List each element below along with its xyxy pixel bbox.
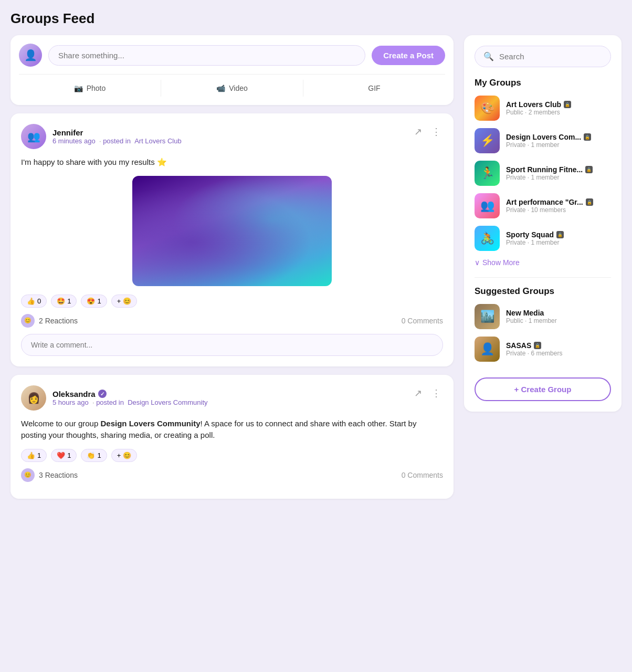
video-action-button[interactable]: 📹 Video — [161, 80, 303, 97]
video-icon: 📹 — [216, 84, 225, 92]
group-item-art-lovers[interactable]: 🎨 Art Lovers Club 🔒 Public · 2 members — [475, 96, 611, 121]
sidebar: 🔍 My Groups 🎨 Art Lovers Club 🔒 Public ·… — [464, 35, 622, 412]
heart-eyes-reaction[interactable]: 😍 1 — [81, 295, 107, 308]
star-eyes-emoji: 🤩 — [57, 297, 65, 305]
create-group-button[interactable]: + Create Group — [475, 377, 611, 401]
sidebar-card: 🔍 My Groups 🎨 Art Lovers Club 🔒 Public ·… — [464, 35, 622, 412]
search-input[interactable] — [499, 52, 602, 61]
post-body: I'm happy to share with you my results ⭐ — [21, 156, 443, 169]
group-name: Sporty Squad 🔒 — [506, 230, 564, 239]
share-input[interactable] — [48, 45, 365, 66]
group-meta: Private · 1 member — [506, 141, 591, 149]
group-name: Design Lovers Com... 🔒 — [506, 133, 591, 141]
group-thumbnail: 🚴 — [475, 226, 500, 251]
camera-icon: 📷 — [74, 84, 83, 92]
group-name: Sport Running Fitne... 🔒 — [506, 165, 593, 174]
gif-label: GIF — [368, 84, 380, 92]
group-info: Sport Running Fitne... 🔒 Private · 1 mem… — [506, 165, 593, 181]
reaction-avatar-1: 😊 — [21, 314, 35, 328]
clap-reaction[interactable]: 👏 1 — [81, 449, 107, 462]
group-item-new-media[interactable]: 🏙️ New Media Public · 1 member — [475, 304, 611, 329]
reactions-row: 👍 0 🤩 1 😍 1 + 😊 — [21, 295, 443, 308]
lock-icon: 🔒 — [564, 101, 571, 108]
group-thumbnail: ⚡ — [475, 128, 500, 153]
group-item-sporty-squad[interactable]: 🚴 Sporty Squad 🔒 Private · 1 member — [475, 226, 611, 251]
post-footer: 😊 2 Reactions 0 Comments — [21, 314, 443, 328]
video-label: Video — [229, 84, 248, 92]
post-item: 👥 Jennifer 6 minutes ago · posted in Art… — [10, 113, 454, 366]
thumbs-up-emoji: 👍 — [27, 297, 35, 305]
thumbs-up-reaction[interactable]: 👍 1 — [21, 449, 47, 462]
smiley-icon: 😊 — [123, 297, 131, 305]
post-header: 👥 Jennifer 6 minutes ago · posted in Art… — [21, 124, 443, 149]
group-info: SASAS 🔒 Private · 6 members — [506, 341, 562, 357]
post-meta: Oleksandra ✓ 5 hours ago · posted in Des… — [52, 390, 208, 406]
group-name: New Media — [506, 309, 557, 317]
add-reaction-button[interactable]: + 😊 — [111, 295, 138, 308]
verified-badge: ✓ — [98, 390, 107, 398]
divider — [475, 277, 611, 278]
group-info: Design Lovers Com... 🔒 Private · 1 membe… — [506, 133, 591, 149]
photo-action-button[interactable]: 📷 Photo — [19, 80, 161, 97]
more-options-button[interactable]: ⋮ — [429, 385, 443, 401]
post-image — [132, 176, 332, 286]
plus-icon: + — [117, 297, 121, 305]
group-item-sasas[interactable]: 👤 SASAS 🔒 Private · 6 members — [475, 337, 611, 362]
comments-count: 0 Comments — [402, 471, 443, 479]
group-meta: Private · 1 member — [506, 174, 593, 181]
lock-icon: 🔒 — [586, 198, 593, 206]
comment-input[interactable] — [21, 334, 443, 356]
group-info: Art Lovers Club 🔒 Public · 2 members — [506, 100, 571, 116]
lock-icon: 🔒 — [556, 231, 564, 238]
lock-icon: 🔒 — [534, 342, 541, 349]
post-author-name: Oleksandra ✓ — [52, 390, 208, 398]
page-title: Groups Feed — [10, 10, 622, 27]
reactions-summary: 😊 2 Reactions — [21, 314, 78, 328]
group-item-sport-running[interactable]: 🏃 Sport Running Fitne... 🔒 Private · 1 m… — [475, 161, 611, 186]
share-button[interactable]: ↗ — [412, 385, 424, 401]
group-name: Art performance "Gr... 🔒 — [506, 198, 593, 206]
post-body: Welcome to our group Design Lovers Commu… — [21, 418, 443, 442]
heart-reaction[interactable]: ❤️ 1 — [51, 449, 77, 462]
create-post-button[interactable]: Create a Post — [372, 46, 445, 65]
thumbs-up-reaction[interactable]: 👍 0 — [21, 295, 47, 308]
group-info: Sporty Squad 🔒 Private · 1 member — [506, 230, 564, 246]
group-meta: Private · 6 members — [506, 350, 562, 357]
post-item: 👩 Oleksandra ✓ 5 hours ago · posted in D… — [10, 375, 454, 499]
photo-label: Photo — [87, 84, 106, 92]
comments-count: 0 Comments — [402, 317, 443, 325]
group-thumbnail: 👥 — [475, 193, 500, 218]
search-box: 🔍 — [475, 46, 611, 67]
group-meta: Private · 1 member — [506, 239, 564, 246]
star-eyes-reaction[interactable]: 🤩 1 — [51, 295, 77, 308]
chevron-down-icon: ∨ — [475, 258, 480, 267]
search-icon: 🔍 — [483, 51, 494, 61]
plus-icon: + — [117, 452, 121, 459]
group-item-art-performance[interactable]: 👥 Art performance "Gr... 🔒 Private · 10 … — [475, 193, 611, 218]
group-info: Art performance "Gr... 🔒 Private · 10 me… — [506, 198, 593, 214]
show-more-button[interactable]: ∨ Show More — [475, 258, 520, 267]
gif-action-button[interactable]: GIF — [303, 80, 445, 97]
group-thumbnail: 🏃 — [475, 161, 500, 186]
my-groups-title: My Groups — [475, 78, 611, 88]
heart-emoji: ❤️ — [57, 452, 65, 459]
post-actions: ↗ ⋮ — [412, 124, 443, 140]
post-footer: 😊 3 Reactions 0 Comments — [21, 468, 443, 482]
thumbs-up-emoji: 👍 — [27, 452, 35, 459]
post-meta: Jennifer 6 minutes ago · posted in Art L… — [52, 128, 182, 145]
group-name: SASAS 🔒 — [506, 341, 562, 350]
heart-eyes-emoji: 😍 — [87, 297, 95, 305]
group-info: New Media Public · 1 member — [506, 309, 557, 324]
more-options-button[interactable]: ⋮ — [429, 124, 443, 140]
group-meta: Public · 1 member — [506, 317, 557, 324]
group-meta: Public · 2 members — [506, 109, 571, 116]
group-thumbnail: 🎨 — [475, 96, 500, 121]
group-name: Art Lovers Club 🔒 — [506, 100, 571, 109]
lock-icon: 🔒 — [584, 133, 591, 141]
reactions-summary: 😊 3 Reactions — [21, 468, 78, 482]
share-button[interactable]: ↗ — [412, 124, 424, 140]
reactions-row: 👍 1 ❤️ 1 👏 1 + 😊 — [21, 449, 443, 462]
group-item-design-lovers[interactable]: ⚡ Design Lovers Com... 🔒 Private · 1 mem… — [475, 128, 611, 153]
add-reaction-button[interactable]: + 😊 — [111, 449, 138, 462]
group-thumbnail: 🏙️ — [475, 304, 500, 329]
